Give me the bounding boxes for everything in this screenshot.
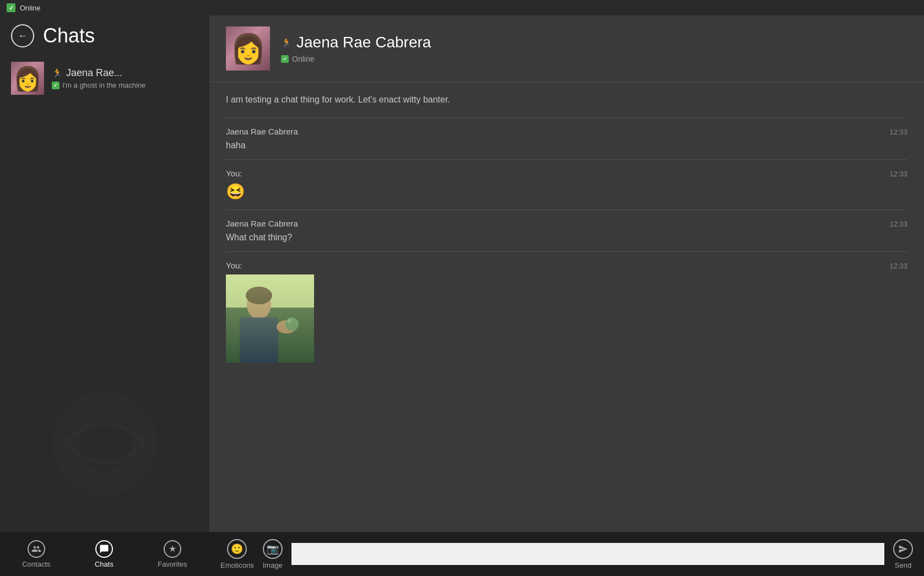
- send-label: Send: [895, 561, 911, 569]
- message-sender-1: You:: [226, 169, 242, 178]
- contact-status-row: ✓ I'm a ghost in the machine: [52, 81, 145, 89]
- chat-runner-icon: 🏃: [281, 37, 292, 48]
- message-sender-3: You:: [226, 261, 242, 270]
- message-input[interactable]: [291, 543, 884, 565]
- bottom-nav: Contacts Chats ★ Favorites: [0, 532, 209, 576]
- favorites-label: Favorites: [158, 560, 187, 568]
- message-sender-2: Jaena Rae Cabrera: [226, 219, 298, 228]
- top-bar: ✓ Online: [0, 0, 924, 15]
- online-checkbox-icon: ✓: [7, 3, 15, 12]
- contact-info: 🏃 Jaena Rae... ✓ I'm a ghost in the mach…: [52, 67, 145, 89]
- message-image: [226, 274, 314, 363]
- message-content-0: haha: [226, 141, 907, 150]
- svg-point-6: [285, 317, 299, 331]
- message-sender-0: Jaena Rae Cabrera: [226, 127, 298, 136]
- runner-icon: 🏃: [52, 68, 63, 78]
- message-header-2: Jaena Rae Cabrera 12:33: [226, 219, 907, 228]
- svg-point-5: [277, 320, 296, 333]
- chats-label: Chats: [95, 560, 114, 568]
- svg-rect-1: [226, 308, 314, 363]
- message-block-0: Jaena Rae Cabrera 12:33 haha: [209, 118, 924, 159]
- sidebar: ← Chats 🏃 Jaena Rae... ✓ I'm a ghost in …: [0, 15, 209, 576]
- message-time-2: 12:33: [889, 220, 907, 228]
- svg-point-7: [287, 319, 291, 324]
- contact-avatar: [11, 62, 44, 95]
- svg-rect-0: [226, 274, 314, 363]
- contact-list-item[interactable]: 🏃 Jaena Rae... ✓ I'm a ghost in the mach…: [0, 56, 209, 100]
- status-check-icon: ✓: [52, 82, 60, 89]
- top-bar-status: Online: [20, 4, 41, 12]
- back-button[interactable]: ←: [11, 24, 34, 47]
- message-image-container: [226, 274, 907, 363]
- message-header-3: You: 12:33: [226, 261, 907, 270]
- contact-status-text: I'm a ghost in the machine: [62, 81, 145, 89]
- message-block-2: Jaena Rae Cabrera 12:33 What chat thing?: [209, 210, 924, 251]
- message-time-3: 12:33: [889, 262, 907, 270]
- chat-header-name: Jaena Rae Cabrera: [296, 34, 431, 51]
- chat-status-check-icon: ✓: [281, 55, 289, 63]
- image-button[interactable]: 📷 Image: [263, 539, 283, 569]
- favorites-icon: ★: [164, 540, 181, 558]
- nav-favorites[interactable]: ★ Favorites: [147, 536, 198, 573]
- chat-header-status: Online: [292, 55, 314, 63]
- main-layout: ← Chats 🏃 Jaena Rae... ✓ I'm a ghost in …: [0, 15, 924, 576]
- message-header-1: You: 12:33: [226, 169, 907, 178]
- intro-message: I am testing a chat thing for work. Let'…: [209, 82, 924, 117]
- chat-header-status-row: ✓ Online: [281, 55, 431, 63]
- send-button[interactable]: Send: [893, 539, 913, 569]
- svg-point-3: [246, 287, 272, 304]
- chat-header-avatar: 👩: [226, 26, 270, 71]
- chat-input-area: 🙂 Emoticons 📷 Image Send: [209, 532, 924, 576]
- message-emoji-1: 😆: [226, 182, 907, 201]
- nav-contacts[interactable]: Contacts: [11, 536, 61, 573]
- chats-icon: [95, 540, 113, 558]
- message-time-1: 12:33: [889, 170, 907, 178]
- emoticons-label: Emoticons: [220, 561, 254, 569]
- emoticons-button[interactable]: 🙂 Emoticons: [220, 539, 254, 569]
- sidebar-title: Chats: [43, 24, 95, 47]
- image-label: Image: [263, 561, 283, 569]
- message-time-0: 12:33: [889, 128, 907, 136]
- message-block-3: You: 12:33: [209, 252, 924, 372]
- back-arrow-icon: ←: [18, 30, 28, 42]
- emoticons-icon: 🙂: [227, 539, 247, 559]
- contact-avatar-image: [11, 62, 44, 95]
- image-icon: 📷: [263, 539, 283, 559]
- svg-rect-4: [240, 317, 278, 363]
- chat-header-name-row: 🏃 Jaena Rae Cabrera: [281, 34, 431, 51]
- contacts-label: Contacts: [22, 560, 50, 568]
- chat-header-info: 🏃 Jaena Rae Cabrera ✓ Online: [281, 34, 431, 63]
- chat-area: 👩 🏃 Jaena Rae Cabrera ✓ Online I am test…: [209, 15, 924, 576]
- contact-name: Jaena Rae...: [66, 67, 122, 79]
- message-content-2: What chat thing?: [226, 233, 907, 243]
- nav-chats[interactable]: Chats: [84, 536, 125, 573]
- contact-name-row: 🏃 Jaena Rae...: [52, 67, 145, 79]
- svg-point-2: [247, 290, 271, 319]
- messages-area[interactable]: I am testing a chat thing for work. Let'…: [209, 82, 924, 532]
- chat-header: 👩 🏃 Jaena Rae Cabrera ✓ Online: [209, 15, 924, 82]
- contacts-icon: [28, 540, 45, 558]
- message-block-1: You: 12:33 😆: [209, 160, 924, 209]
- sidebar-header: ← Chats: [0, 15, 209, 56]
- send-icon: [893, 539, 913, 559]
- message-header-0: Jaena Rae Cabrera 12:33: [226, 127, 907, 136]
